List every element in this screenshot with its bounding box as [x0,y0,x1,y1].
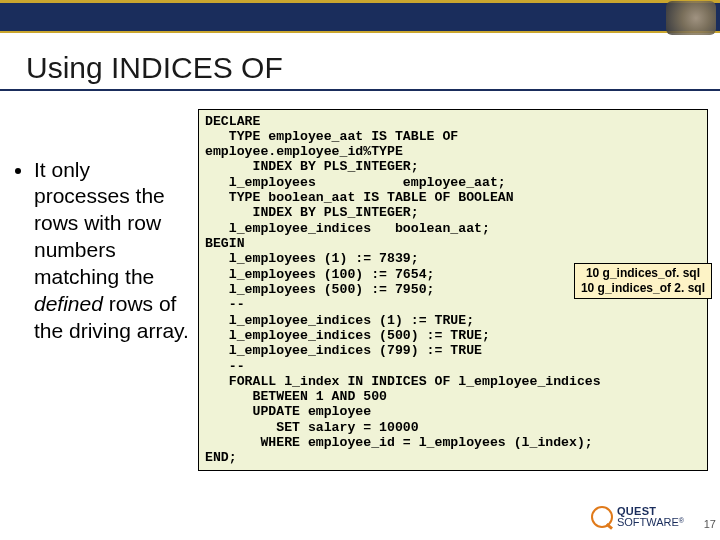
bullet-column: It only processes the rows with row numb… [12,109,190,471]
page-title: Using INDICES OF [26,51,720,85]
callout-line2: 10 g_indices_of 2. sql [581,281,705,296]
page-number: 17 [704,518,716,530]
header-band [0,0,720,33]
header-eye-graphic [666,1,716,35]
brand-software: SOFTWARE [617,516,679,528]
callout-box: 10 g_indices_of. sql 10 g_indices_of 2. … [574,263,712,299]
quest-q-icon [591,506,613,528]
callout-line1: 10 g_indices_of. sql [581,266,705,281]
bullet-text-pre: It only processes the rows with row numb… [34,158,165,289]
bullet-text-em: defined [34,292,103,315]
registered-icon: ® [679,517,684,524]
quest-brand-text: QUEST SOFTWARE® [617,506,684,528]
bullet-item: It only processes the rows with row numb… [34,157,190,345]
code-column: DECLARE TYPE employee_aat IS TABLE OF em… [198,109,708,471]
quest-logo: QUEST SOFTWARE® [591,506,684,528]
content-area: It only processes the rows with row numb… [0,91,720,471]
